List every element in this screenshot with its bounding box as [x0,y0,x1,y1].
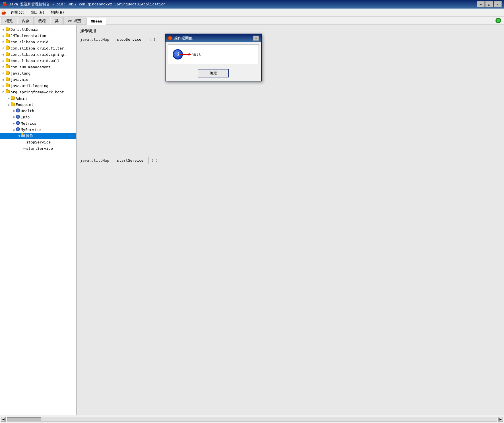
folder-icon-endpoint [11,102,15,107]
tree-label-lang: java.lang [11,71,30,75]
tree-label-logging: java.util.logging [11,84,48,88]
menu-help[interactable]: 帮助(H) [47,9,67,16]
svg-point-7 [497,19,500,22]
modal-java-icon [168,36,172,40]
window-title: Java 监视和管理控制台 - pid: 3852 com.qingsongxy… [9,2,477,7]
tree-toggle: ⊞ [11,108,16,113]
tab-threads[interactable]: 线程 [34,17,50,24]
folder-icon-sun [6,65,10,69]
folder-icon-wall [6,59,10,63]
tree-item-health[interactable]: ⊞ Health [0,108,76,114]
tree-toggle-endpoint: ⊟ [6,102,11,107]
folder-icon-filter [6,46,10,50]
tree-toggle: ⊞ [1,83,6,88]
tree-item-sun-mgmt[interactable]: ⊞ com.sun.management [0,64,76,70]
app-icon [2,2,7,7]
tab-classes[interactable]: 类 [51,17,63,24]
tree-label-admin: Admin [16,96,27,100]
tree-label-sun: com.sun.management [11,65,51,69]
tree-label-myservice: MyService [21,128,41,132]
tree-item-springframework[interactable]: ⊟ org.springframework.boot [0,89,76,95]
tree-toggle: ⊞ [1,58,6,63]
red-arrow-icon [180,52,191,57]
tab-overview[interactable]: 概览 [1,17,17,24]
modal-close-button[interactable]: ✕ [253,36,259,41]
tree-toggle-spring: ⊟ [1,90,6,94]
tree-item-myservice[interactable]: ⊟ MyService [0,126,76,133]
folder-icon-admin [11,96,15,100]
tree-toggle: ⊞ [1,40,6,44]
tree-label-wall: com.alibaba.druid.wall [11,59,59,63]
tab-vm[interactable]: VM 概要 [63,17,86,24]
folder-icon-lang [6,71,10,75]
tree-toggle: ⊞ [1,33,6,38]
tree-toggle: ⊞ [1,65,6,69]
modal-content: null [168,44,259,64]
bottom-bar: ◀ ▶ [0,415,504,423]
folder-icon-spring [6,52,10,57]
gear-icon-info [16,115,20,120]
tree-label-health: Health [21,109,34,113]
tree-label-endpoint: Endpoint [16,102,34,107]
tree-item-alibaba-wall[interactable]: ⊞ com.alibaba.druid.wall [0,58,76,64]
modal-footer: 确定 [166,67,261,81]
tree-label-nio: java.nio [11,77,28,82]
menu-connect[interactable]: 连接(C) [8,9,28,16]
tree-toggle: ⊞ [6,96,11,100]
tree-label-filter: com.alibaba.druid.filter. [11,46,66,50]
tree-item-java-lang[interactable]: ⊞ java.lang [0,70,76,76]
tree-item-java-nio[interactable]: ⊞ java.nio [0,76,76,83]
maximize-button[interactable]: □ [485,1,493,7]
menu-bar: 连接(C) 窗口(W) 帮助(H) [0,9,504,17]
tree-toggle-myservice: ⊟ [11,127,16,132]
folder-icon-defaultdomain [6,27,10,32]
scrollbar-track[interactable] [7,417,497,422]
window-controls: ─ □ ✕ [477,1,502,7]
tree-item-alibaba-filter[interactable]: ⊞ com.alibaba.druid.filter. [0,45,76,51]
modal-dialog: 操作返回值 ✕ null 确定 [165,34,262,81]
modal-overlay: 操作返回值 ✕ null 确定 [77,25,504,415]
tree-toggle: ⊞ [1,77,6,82]
tree-toggle: ⊞ [1,46,6,50]
gear-icon-health [16,108,20,113]
tree-item-alibaba-druid[interactable]: ⊞ com.alibaba.druid [0,39,76,45]
tree-item-admin[interactable]: ⊞ Admin [0,95,76,101]
gear-icon-myservice [16,127,20,132]
tree-label-metrics: Metrics [21,121,36,126]
tree-label-info: Info [21,115,30,119]
scroll-left-button[interactable]: ◀ [1,417,6,422]
tree-item-alibaba-spring[interactable]: ⊞ com.alibaba.druid.spring. [0,51,76,58]
tab-mbean[interactable]: MBean [86,18,106,25]
folder-icon-nio [6,77,10,82]
tree-item-stopservice[interactable]: └─ stopService [0,139,76,145]
svg-rect-5 [5,12,6,14]
folder-icon-springframework [6,90,10,94]
tree-item-defaultdomain[interactable]: ⊞ DefaultDomain [0,26,76,32]
tree-toggle: ⊞ [1,52,6,57]
confirm-button[interactable]: 确定 [198,69,229,77]
tree-item-endpoint[interactable]: ⊟ Endpoint [0,101,76,108]
tree-label-jm: JMImplementation [11,34,46,38]
scroll-right-button[interactable]: ▶ [498,417,503,422]
folder-icon-logging [6,84,10,88]
tree-label-startservice: startService [26,146,53,151]
tree-item-metrics[interactable]: ⊞ Metrics [0,120,76,126]
right-panel: 操作调用 java.util.Map stopService ( ) java.… [77,25,504,415]
tree-label-spring: com.alibaba.druid.spring. [11,52,66,57]
tab-memory[interactable]: 内存 [18,17,34,24]
tree-label-alibaba: com.alibaba.druid [11,40,48,44]
tree-item-startservice[interactable]: └─ startService [0,145,76,151]
tree-toggle-leaf1: └─ [22,140,26,144]
tree-toggle: ⊞ [11,115,16,119]
minimize-button[interactable]: ─ [477,1,485,7]
tree-item-caozuo[interactable]: ⊟ 操作 [0,133,76,139]
sidebar: ⊞ DefaultDomain ⊞ JMImplementation ⊞ com… [0,25,77,415]
tree-item-info[interactable]: ⊞ Info [0,114,76,120]
close-button[interactable]: ✕ [494,1,502,7]
menu-window[interactable]: 窗口(W) [28,9,47,16]
tree-item-jmimplementation[interactable]: ⊞ JMImplementation [0,32,76,39]
tree-item-java-logging[interactable]: ⊞ java.util.logging [0,83,76,89]
folder-icon-jm [6,34,10,38]
folder-icon-alibaba [6,40,10,44]
modal-result: null [191,52,201,57]
